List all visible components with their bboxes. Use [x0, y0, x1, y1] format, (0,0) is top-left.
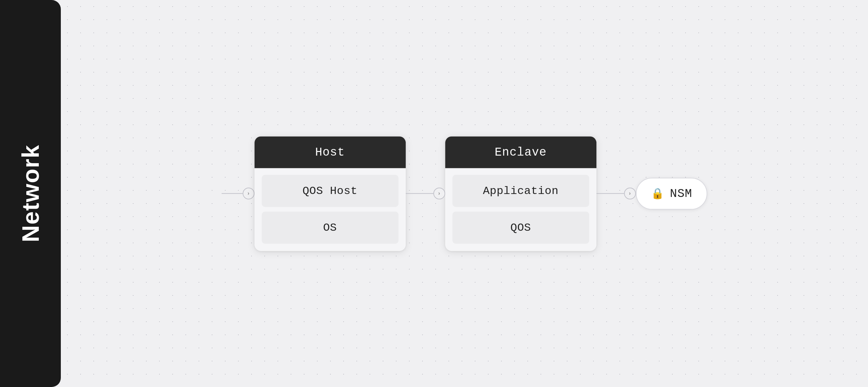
enclave-body: Application QOS [445, 168, 596, 251]
lock-icon: 🔒 [651, 187, 664, 200]
host-body: QOS Host OS [254, 168, 406, 251]
enclave-node: Enclave Application QOS [445, 136, 596, 251]
diagram: › Host QOS Host OS › Enclave Application… [222, 136, 708, 251]
sidebar-label: Network [17, 144, 44, 242]
enclave-item-qos: QOS [453, 211, 589, 244]
connector-enclave-nsm: › [596, 188, 636, 200]
host-item-qos: QOS Host [262, 175, 399, 207]
enclave-header: Enclave [445, 136, 596, 168]
connector-arrow-2: › [624, 188, 636, 200]
connector-line-1 [406, 194, 433, 194]
host-item-os: OS [262, 211, 399, 244]
nsm-label: NSM [670, 187, 692, 200]
main-area: › Host QOS Host OS › Enclave Application… [61, 0, 868, 387]
sidebar: Network [0, 0, 61, 387]
nsm-node: 🔒 NSM [636, 178, 708, 209]
connector-arrow-1: › [433, 188, 445, 200]
host-node: Host QOS Host OS [254, 136, 406, 251]
entry-line [222, 194, 243, 194]
host-header: Host [254, 136, 406, 168]
entry-arrow: › [243, 188, 254, 200]
connector-line-2 [596, 194, 624, 194]
left-entry-connector: › [222, 188, 254, 200]
connector-host-enclave: › [406, 188, 445, 200]
enclave-item-application: Application [453, 175, 589, 207]
